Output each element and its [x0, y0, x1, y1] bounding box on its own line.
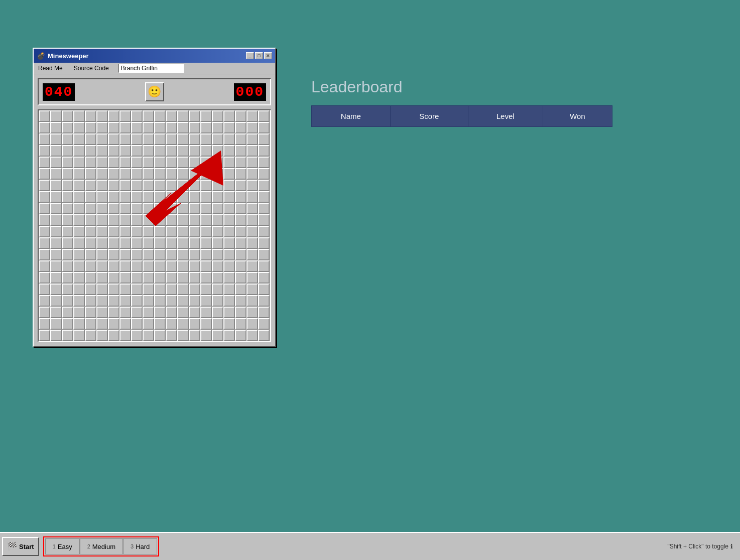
mine-cell[interactable]: [108, 318, 119, 330]
mine-cell[interactable]: [212, 122, 223, 133]
mine-cell[interactable]: [166, 226, 177, 237]
mine-cell[interactable]: [212, 295, 223, 307]
mine-cell[interactable]: [119, 191, 131, 203]
mine-cell[interactable]: [143, 330, 154, 341]
mine-cell[interactable]: [39, 203, 50, 214]
mine-cell[interactable]: [96, 284, 108, 295]
mine-cell[interactable]: [166, 318, 177, 330]
mine-cell[interactable]: [200, 318, 212, 330]
mine-cell[interactable]: [235, 180, 246, 191]
mine-cell[interactable]: [96, 122, 108, 133]
mine-cell[interactable]: [39, 284, 50, 295]
mine-cell[interactable]: [62, 330, 73, 341]
mine-cell[interactable]: [143, 157, 154, 168]
mine-cell[interactable]: [108, 168, 119, 180]
mine-cell[interactable]: [189, 249, 200, 260]
mine-cell[interactable]: [246, 168, 258, 180]
mine-cell[interactable]: [143, 226, 154, 237]
mine-cell[interactable]: [119, 249, 131, 260]
mine-cell[interactable]: [39, 307, 50, 318]
mine-cell[interactable]: [50, 237, 62, 249]
mine-cell[interactable]: [131, 203, 143, 214]
mine-cell[interactable]: [50, 203, 62, 214]
close-button[interactable]: ✕: [264, 52, 272, 59]
source-code-menu[interactable]: Source Code: [72, 64, 110, 72]
mine-cell[interactable]: [143, 237, 154, 249]
reset-button[interactable]: 🙂: [145, 82, 164, 101]
mine-cell[interactable]: [189, 168, 200, 180]
mine-cell[interactable]: [39, 133, 50, 145]
mine-cell[interactable]: [166, 180, 177, 191]
mine-cell[interactable]: [143, 318, 154, 330]
mine-cell[interactable]: [200, 157, 212, 168]
mine-cell[interactable]: [166, 214, 177, 226]
mine-cell[interactable]: [96, 191, 108, 203]
mine-cell[interactable]: [154, 214, 166, 226]
mine-cell[interactable]: [50, 249, 62, 260]
mine-cell[interactable]: [85, 110, 96, 122]
mine-cell[interactable]: [212, 110, 223, 122]
mine-cell[interactable]: [154, 122, 166, 133]
mine-cell[interactable]: [143, 168, 154, 180]
mine-cell[interactable]: [62, 203, 73, 214]
mine-cell[interactable]: [131, 284, 143, 295]
mine-cell[interactable]: [166, 295, 177, 307]
mine-cell[interactable]: [85, 214, 96, 226]
mine-cell[interactable]: [166, 168, 177, 180]
mine-cell[interactable]: [85, 133, 96, 145]
mine-cell[interactable]: [119, 307, 131, 318]
mine-cell[interactable]: [73, 157, 85, 168]
mine-cell[interactable]: [177, 214, 189, 226]
mine-cell[interactable]: [62, 318, 73, 330]
tab-easy[interactable]: 1 Easy: [45, 538, 80, 554]
mine-cell[interactable]: [108, 157, 119, 168]
mine-cell[interactable]: [50, 295, 62, 307]
mine-cell[interactable]: [96, 203, 108, 214]
mine-cell[interactable]: [119, 330, 131, 341]
mine-cell[interactable]: [131, 318, 143, 330]
mine-cell[interactable]: [39, 145, 50, 157]
mine-cell[interactable]: [200, 203, 212, 214]
mine-cell[interactable]: [108, 272, 119, 284]
mine-cell[interactable]: [119, 168, 131, 180]
mine-cell[interactable]: [166, 122, 177, 133]
mine-cell[interactable]: [177, 260, 189, 272]
mine-cell[interactable]: [258, 203, 270, 214]
mine-cell[interactable]: [119, 284, 131, 295]
mine-cell[interactable]: [39, 214, 50, 226]
mine-cell[interactable]: [166, 203, 177, 214]
mine-cell[interactable]: [119, 214, 131, 226]
mine-cell[interactable]: [50, 122, 62, 133]
mine-cell[interactable]: [73, 284, 85, 295]
mine-cell[interactable]: [246, 272, 258, 284]
mine-cell[interactable]: [119, 226, 131, 237]
mine-cell[interactable]: [108, 249, 119, 260]
mine-cell[interactable]: [246, 122, 258, 133]
mine-cell[interactable]: [189, 272, 200, 284]
mine-cell[interactable]: [166, 330, 177, 341]
mine-cell[interactable]: [223, 260, 235, 272]
mine-cell[interactable]: [62, 191, 73, 203]
mine-cell[interactable]: [212, 260, 223, 272]
mine-cell[interactable]: [131, 133, 143, 145]
mine-cell[interactable]: [73, 237, 85, 249]
mine-cell[interactable]: [258, 330, 270, 341]
mine-cell[interactable]: [177, 307, 189, 318]
mine-cell[interactable]: [258, 180, 270, 191]
mine-cell[interactable]: [154, 180, 166, 191]
mine-cell[interactable]: [154, 168, 166, 180]
mine-cell[interactable]: [200, 284, 212, 295]
mine-cell[interactable]: [189, 307, 200, 318]
mine-cell[interactable]: [235, 284, 246, 295]
mine-cell[interactable]: [62, 260, 73, 272]
mine-cell[interactable]: [200, 330, 212, 341]
mine-cell[interactable]: [50, 180, 62, 191]
mine-cell[interactable]: [39, 191, 50, 203]
mine-cell[interactable]: [212, 249, 223, 260]
mine-cell[interactable]: [85, 203, 96, 214]
mine-cell[interactable]: [131, 214, 143, 226]
mine-cell[interactable]: [223, 295, 235, 307]
mine-cell[interactable]: [223, 318, 235, 330]
mine-cell[interactable]: [258, 249, 270, 260]
mine-cell[interactable]: [39, 318, 50, 330]
